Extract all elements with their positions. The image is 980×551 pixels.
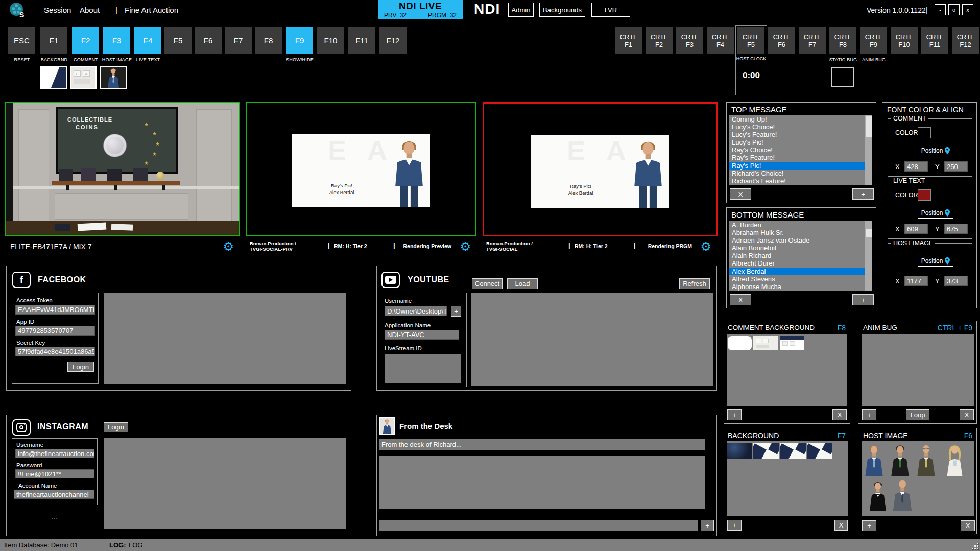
list-item[interactable]: Lucy's Feature!	[729, 131, 868, 138]
source-monitor[interactable]: COLLECTIBLE COINS ★ ★ ★ ★ ★	[5, 102, 240, 236]
youtube-connect-button[interactable]: Connect	[472, 278, 503, 289]
key-ctrl-f3[interactable]: CRTLF3	[676, 27, 703, 54]
key-ctrl-f11[interactable]: CRTLF11	[921, 27, 948, 54]
comment-bg-thumb[interactable]	[728, 336, 752, 350]
instagram-login-button[interactable]: Login	[104, 422, 128, 432]
anim-bug-add-button[interactable]: +	[862, 409, 876, 420]
key-ctrl-f7[interactable]: CRTLF7	[799, 27, 826, 54]
live-text-x-input[interactable]: 609	[904, 224, 928, 234]
program-monitor[interactable]: E A Ray's Pic! Alex Berdal	[483, 102, 718, 236]
key-ctrl-f4[interactable]: CRTLF4	[707, 27, 734, 54]
window-close-button[interactable]: x	[962, 4, 973, 15]
background-remove-button[interactable]: X	[834, 520, 848, 531]
comment-bg-thumb[interactable]	[780, 336, 804, 350]
comment-preview-thumb[interactable]: E A	[70, 66, 97, 89]
background-thumb[interactable]	[780, 443, 806, 459]
key-f2[interactable]: F2	[72, 27, 99, 54]
list-item[interactable]: Alain Richard	[729, 252, 868, 259]
admin-button[interactable]: Admin	[508, 3, 534, 17]
key-ctrl-f8[interactable]: CRTLF8	[829, 27, 856, 54]
host-thumb[interactable]	[868, 478, 888, 511]
bottom-message-list[interactable]: A. Burden Abraham Hulk Sr. Adriaen Jansz…	[729, 221, 868, 291]
scrollbar-thumb[interactable]	[866, 229, 872, 237]
key-f1[interactable]: F1	[40, 27, 67, 54]
menu-about[interactable]: About	[80, 6, 100, 14]
secret-key-input[interactable]: 57f9dfad4e8e41501a86a57f139	[15, 347, 95, 356]
live-text-color-swatch[interactable]	[918, 189, 931, 201]
youtube-browse-button[interactable]: +	[451, 306, 461, 317]
comment-background-add-button[interactable]: +	[727, 409, 742, 420]
livestream-id-input[interactable]	[385, 354, 461, 383]
key-f9[interactable]: F9	[286, 27, 313, 54]
key-ctrl-f1[interactable]: CRTLF1	[615, 27, 642, 54]
host-image-remove-button[interactable]: X	[961, 520, 975, 531]
top-message-scrollbar[interactable]	[865, 115, 872, 185]
comment-background-remove-button[interactable]: X	[832, 409, 847, 420]
list-item[interactable]: Alphonse Mucha	[729, 283, 868, 291]
key-ctrl-f5[interactable]: CRTLF5	[737, 27, 764, 54]
list-item-selected[interactable]: Ray's Pic!	[729, 162, 868, 170]
bottom-message-scrollbar[interactable]	[865, 221, 872, 291]
host-image-position-button[interactable]: Position	[918, 255, 953, 267]
list-item[interactable]: Lucy's Choice!	[729, 123, 868, 131]
static-bug-thumb[interactable]	[831, 67, 854, 87]
background-thumb[interactable]	[807, 443, 832, 459]
scrollbar-thumb[interactable]	[866, 116, 872, 137]
from-desk-entry-bar[interactable]	[379, 520, 698, 531]
list-item-selected[interactable]: Alex Berdal	[729, 268, 868, 275]
comment-bg-thumb[interactable]	[753, 336, 778, 350]
host-thumb[interactable]	[863, 443, 886, 476]
key-f11[interactable]: F11	[348, 27, 375, 54]
anim-bug-remove-button[interactable]: X	[960, 409, 974, 420]
list-item[interactable]: Alain Bonnefoit	[729, 244, 868, 252]
list-item[interactable]: Abraham Hulk Sr.	[729, 229, 868, 236]
preview-monitor[interactable]: E A Ray's Pic! Alex Berdal	[246, 102, 476, 236]
host-thumb[interactable]	[888, 443, 912, 476]
key-ctrl-f2[interactable]: CRTLF2	[646, 27, 673, 54]
host-image-x-input[interactable]: 1177	[904, 276, 928, 286]
youtube-username-input[interactable]: D:\Owner\Desktop\TVG	[385, 306, 447, 316]
key-esc[interactable]: ESC	[8, 27, 35, 54]
comment-color-swatch[interactable]	[918, 127, 931, 138]
background-add-button[interactable]: +	[727, 520, 742, 531]
lvr-button[interactable]: LVR	[591, 3, 630, 17]
window-maximize-button[interactable]: o	[948, 4, 960, 15]
list-item[interactable]: Alfred Stevens	[729, 275, 868, 283]
key-ctrl-f6[interactable]: CRTLF6	[768, 27, 795, 54]
source-settings-gear-icon[interactable]: ⚙	[223, 241, 234, 253]
top-message-add-button[interactable]: +	[852, 188, 874, 200]
instagram-username-input[interactable]: info@thefineartauction.com	[15, 449, 94, 458]
host-image-y-input[interactable]: 373	[944, 276, 968, 286]
background-preview-thumb[interactable]	[40, 66, 67, 89]
account-name-input[interactable]: thefineartauctionchannel	[14, 490, 94, 499]
instagram-password-input[interactable]: !!Fine@1021**	[15, 469, 94, 478]
key-f6[interactable]: F6	[195, 27, 222, 54]
comment-y-input[interactable]: 250	[944, 161, 968, 172]
key-ctrl-f9[interactable]: CRTLF9	[860, 27, 887, 54]
list-item[interactable]: Coming Up!	[729, 115, 868, 123]
preview-settings-gear-icon[interactable]: ⚙	[460, 241, 471, 253]
list-item[interactable]: Richard's Feature!	[729, 177, 868, 185]
host-thumb[interactable]	[891, 478, 914, 511]
backgrounds-button[interactable]: Backgrounds	[539, 3, 585, 17]
list-item[interactable]: Lucy's Pic!	[729, 138, 868, 146]
key-f10[interactable]: F10	[317, 27, 344, 54]
key-ctrl-f12[interactable]: CRTLF12	[952, 27, 979, 54]
list-item[interactable]: Adriaen Jansz van Ostade	[729, 236, 868, 244]
key-ctrl-f10[interactable]: CRTLF10	[891, 27, 918, 54]
comment-position-button[interactable]: Position	[918, 145, 953, 156]
host-image-add-button[interactable]: +	[862, 520, 876, 531]
application-name-input[interactable]: NDI-YT-AVC	[385, 330, 459, 340]
list-item[interactable]: Ray's Feature!	[729, 154, 868, 161]
facebook-login-button[interactable]: Login	[67, 362, 94, 372]
list-item[interactable]: Ray's Choice!	[729, 146, 868, 154]
host-thumb[interactable]	[914, 443, 939, 476]
list-item[interactable]: Albrecht Durer	[729, 259, 868, 267]
window-minimize-button[interactable]: -	[935, 4, 946, 15]
menu-session[interactable]: Session	[44, 6, 71, 14]
key-f12[interactable]: F12	[379, 27, 407, 54]
key-f5[interactable]: F5	[164, 27, 192, 54]
background-thumb[interactable]	[753, 443, 779, 459]
youtube-refresh-button[interactable]: Refresh	[679, 278, 710, 289]
list-item[interactable]: Richard's Choice!	[729, 170, 868, 177]
